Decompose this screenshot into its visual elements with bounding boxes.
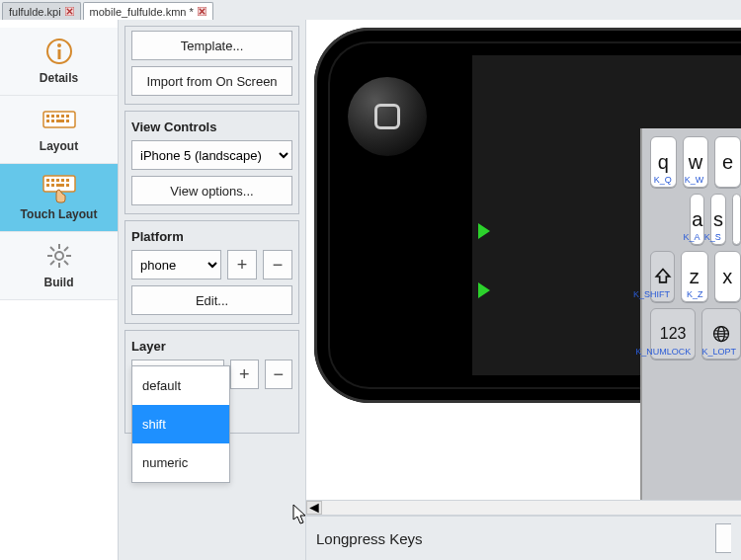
platform-title: Platform bbox=[131, 225, 292, 250]
key-a[interactable]: aK_A bbox=[690, 194, 704, 245]
side-tab-label: Touch Layout bbox=[21, 207, 98, 221]
import-on-screen-button[interactable]: Import from On Screen bbox=[131, 66, 292, 96]
preview-pane: qK_Q wK_W e aK_A sK_S K_SHIFT zK_Z x 123… bbox=[306, 20, 741, 560]
key-numlock[interactable]: 123K_NUMLOCK bbox=[650, 308, 696, 360]
view-controls-title: View Controls bbox=[131, 116, 292, 140]
home-button bbox=[348, 77, 427, 156]
touch-keyboard-icon bbox=[40, 172, 79, 203]
mouse-cursor-icon bbox=[292, 504, 308, 525]
svg-rect-24 bbox=[66, 184, 69, 187]
scroll-left-arrow[interactable]: ◄ bbox=[306, 501, 322, 515]
side-tab-touch-layout[interactable]: Touch Layout bbox=[0, 164, 118, 232]
svg-rect-16 bbox=[46, 179, 49, 182]
side-tab-label: Layout bbox=[40, 139, 78, 153]
svg-rect-4 bbox=[57, 49, 60, 59]
device-select[interactable]: iPhone 5 (landscape) bbox=[131, 140, 292, 170]
platform-remove-button[interactable]: − bbox=[263, 250, 292, 280]
play-marker-icon[interactable] bbox=[478, 223, 490, 239]
shift-icon bbox=[653, 267, 673, 286]
key-lopt[interactable]: K_LOPT bbox=[701, 308, 741, 360]
gear-icon bbox=[40, 240, 79, 272]
view-controls-group: View Controls iPhone 5 (landscape) View … bbox=[124, 111, 299, 214]
svg-rect-7 bbox=[51, 115, 54, 118]
tab-label: fulfulde.kpi bbox=[9, 6, 61, 18]
longpress-keys-label: Longpress Keys bbox=[316, 530, 423, 547]
svg-rect-22 bbox=[51, 184, 54, 187]
svg-rect-9 bbox=[61, 115, 64, 118]
key-d-partial[interactable] bbox=[732, 194, 741, 245]
info-icon bbox=[40, 36, 79, 67]
svg-rect-11 bbox=[46, 120, 49, 122]
layer-title: Layer bbox=[131, 335, 292, 360]
keyboard-icon bbox=[40, 104, 79, 135]
layer-dropdown-list: default shift numeric bbox=[131, 365, 230, 483]
bottom-bar: Longpress Keys bbox=[306, 516, 741, 560]
svg-line-33 bbox=[50, 261, 54, 265]
virtual-keyboard: qK_Q wK_W e aK_A sK_S K_SHIFT zK_Z x 123… bbox=[640, 128, 741, 532]
layer-option-shift[interactable]: shift bbox=[132, 405, 229, 443]
svg-rect-12 bbox=[51, 120, 54, 122]
svg-line-31 bbox=[64, 261, 68, 265]
key-q[interactable]: qK_Q bbox=[650, 136, 677, 188]
platform-group: Platform phone + − Edit... bbox=[124, 220, 299, 324]
play-marker-icon[interactable] bbox=[478, 282, 490, 298]
layer-remove-button[interactable]: − bbox=[265, 360, 293, 389]
key-shift[interactable]: K_SHIFT bbox=[650, 251, 675, 302]
bottom-input-partial[interactable] bbox=[715, 523, 731, 553]
tab-fulfulde-kpi[interactable]: fulfulde.kpi bbox=[2, 2, 81, 20]
platform-select[interactable]: phone bbox=[131, 250, 221, 280]
svg-point-25 bbox=[55, 252, 63, 260]
home-square-icon bbox=[374, 104, 400, 129]
file-tabs: fulfulde.kpi mobile_fulfulde.kmn * bbox=[0, 0, 741, 20]
svg-rect-6 bbox=[46, 115, 49, 118]
side-tabs: Details Layout Touch Layout Build bbox=[0, 20, 119, 560]
key-z[interactable]: zK_Z bbox=[681, 251, 707, 302]
svg-rect-14 bbox=[66, 120, 69, 122]
side-tab-label: Details bbox=[40, 71, 78, 85]
svg-rect-19 bbox=[61, 179, 64, 182]
layer-option-default[interactable]: default bbox=[132, 366, 229, 405]
side-tab-label: Build bbox=[44, 276, 74, 289]
horizontal-scrollbar[interactable]: ◄ bbox=[306, 500, 741, 516]
svg-rect-10 bbox=[66, 115, 69, 118]
tab-label: mobile_fulfulde.kmn * bbox=[90, 6, 194, 18]
close-icon[interactable] bbox=[65, 7, 74, 16]
template-group: Template... Import from On Screen bbox=[124, 26, 299, 105]
globe-icon bbox=[711, 324, 731, 344]
key-e[interactable]: e bbox=[714, 136, 741, 188]
svg-rect-13 bbox=[56, 120, 64, 122]
svg-rect-18 bbox=[56, 179, 59, 182]
options-panel: Template... Import from On Screen View C… bbox=[119, 20, 306, 560]
layer-group: Layer default + − default shift numeric bbox=[124, 330, 299, 434]
platform-add-button[interactable]: + bbox=[227, 250, 257, 280]
side-tab-build[interactable]: Build bbox=[0, 232, 118, 300]
svg-rect-8 bbox=[56, 115, 59, 118]
tab-mobile-fulfulde-kmn[interactable]: mobile_fulfulde.kmn * bbox=[83, 2, 213, 20]
key-w[interactable]: wK_W bbox=[683, 136, 709, 188]
svg-rect-23 bbox=[56, 184, 64, 187]
svg-point-3 bbox=[57, 43, 61, 47]
key-s[interactable]: sK_S bbox=[710, 194, 725, 245]
close-icon[interactable] bbox=[198, 7, 206, 16]
svg-rect-20 bbox=[66, 179, 69, 182]
layer-add-button[interactable]: + bbox=[230, 360, 259, 389]
layer-option-numeric[interactable]: numeric bbox=[132, 443, 229, 482]
platform-edit-button[interactable]: Edit... bbox=[131, 285, 292, 315]
template-button[interactable]: Template... bbox=[131, 31, 292, 60]
side-tab-details[interactable]: Details bbox=[0, 28, 118, 96]
svg-rect-17 bbox=[51, 179, 54, 182]
key-x[interactable]: x bbox=[714, 251, 741, 302]
svg-line-32 bbox=[64, 247, 68, 251]
side-tab-layout[interactable]: Layout bbox=[0, 96, 118, 164]
svg-rect-21 bbox=[46, 184, 49, 187]
svg-line-30 bbox=[50, 247, 54, 251]
view-options-button[interactable]: View options... bbox=[131, 176, 292, 205]
